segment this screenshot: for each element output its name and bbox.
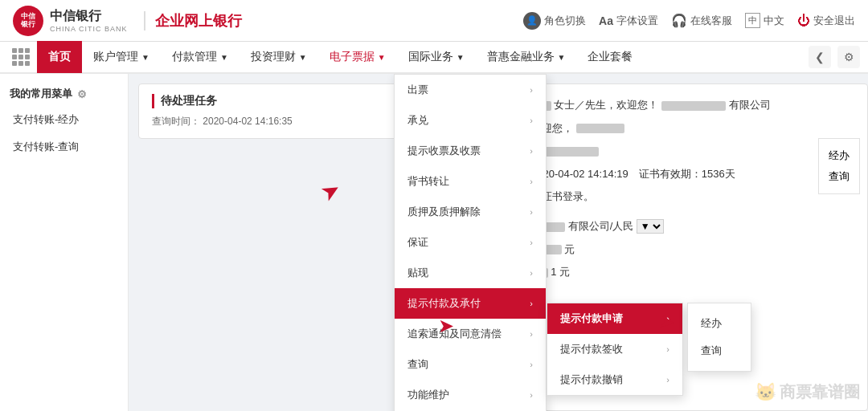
font-setting-label: 字体设置 xyxy=(616,14,658,28)
zhuisuo-label: 追索通知及同意清偿 xyxy=(407,327,502,341)
arrow-indicator-1: ➤ xyxy=(316,175,345,207)
nav-payment-label: 付款管理 xyxy=(172,50,217,64)
nav-home[interactable]: 首页 xyxy=(37,41,82,73)
nav-ebill[interactable]: 电子票据 ▼ xyxy=(318,41,397,73)
company-blurred xyxy=(661,101,726,111)
op-item-chaxun[interactable]: 查询 xyxy=(701,337,738,364)
nav-inclusive-label: 普惠金融业务 xyxy=(487,50,555,64)
bank-name-en: CHINA CITIC BANK xyxy=(50,25,128,33)
language-icon: 中 xyxy=(745,13,760,28)
nav-international[interactable]: 国际业务 ▼ xyxy=(397,41,476,73)
nav-invest[interactable]: 投资理财 ▼ xyxy=(240,41,318,73)
dropdown-item-chaxun[interactable]: 查询 › xyxy=(395,349,546,380)
dropdown-item-tishishou[interactable]: 提示收票及收票 › xyxy=(395,136,546,166)
nav-package-label: 企业套餐 xyxy=(588,50,633,64)
nav-invest-label: 投资理财 xyxy=(251,50,296,64)
nav-prev-button[interactable]: ❮ xyxy=(809,46,831,68)
chengjian-label: 承兑 xyxy=(407,113,428,128)
sidebar-title: 我的常用菜单 xyxy=(10,87,72,101)
handle-button[interactable]: 经办 xyxy=(829,145,850,166)
chaxun-op-label: 查询 xyxy=(701,344,722,356)
baozheng-arrow: › xyxy=(530,238,533,247)
account-selector[interactable]: ▼ xyxy=(637,219,664,234)
dropdown-item-baozheng[interactable]: 保证 › xyxy=(395,227,546,258)
dropdown-item-chengjian[interactable]: 承兑 › xyxy=(395,105,546,136)
grid-icon xyxy=(12,48,30,66)
dropdown-item-zhuisuo[interactable]: 追索通知及同意清偿 › xyxy=(395,319,546,349)
navbar: 首页 账户管理 ▼ 付款管理 ▼ 投资理财 ▼ 电子票据 ▼ 国际业务 ▼ 普惠… xyxy=(0,42,868,74)
zhiya-label: 质押及质押解除 xyxy=(407,205,481,219)
qianshou-label: 提示付款签收 xyxy=(560,342,623,356)
beishu-arrow: › xyxy=(530,177,533,186)
tishifukuan-arrow: › xyxy=(530,299,533,308)
sub-item-chexiao[interactable]: 提示付款撤销 › xyxy=(547,364,682,395)
chuipiao-label: 出票 xyxy=(407,83,428,97)
language-label: 中文 xyxy=(764,14,784,28)
gongneng-arrow: › xyxy=(530,390,533,400)
dropdown-item-chupiao[interactable]: 出票 › xyxy=(395,75,546,105)
op-panel: 经办 查询 xyxy=(687,303,751,372)
nav-account[interactable]: 账户管理 ▼ xyxy=(82,41,161,73)
nav-payment-arrow: ▼ xyxy=(220,53,228,62)
nav-account-arrow: ▼ xyxy=(141,53,149,62)
header-right: 👤 角色切换 Aa 字体设置 🎧 在线客服 中 中文 ⏻ 安全退出 xyxy=(523,12,855,30)
sidebar-gear-icon[interactable]: ⚙ xyxy=(77,88,87,100)
tishifukuan-label: 提示付款及承付 xyxy=(407,296,481,311)
dropdown-item-tishifukuan[interactable]: 提示付款及承付 › xyxy=(395,288,546,319)
chuipiao-arrow: › xyxy=(530,85,533,95)
language-button[interactable]: 中 中文 xyxy=(745,13,784,28)
dropdown-item-gongneng[interactable]: 功能维护 › xyxy=(395,380,546,410)
safe-exit-button[interactable]: ⏻ 安全退出 xyxy=(797,14,855,28)
nav-inclusive-arrow: ▼ xyxy=(558,53,566,62)
watermark: 🐱 商票靠谱圈 xyxy=(755,381,860,403)
logo-area: 中信银行 中信银行 CHINA CITIC BANK 企业网上银行 xyxy=(13,6,242,36)
tiexian-label: 贴现 xyxy=(407,266,428,280)
online-service-button[interactable]: 🎧 在线客服 xyxy=(671,13,732,28)
sidebar-item-payment-query-label: 支付转账-查询 xyxy=(13,140,79,153)
dropdown-item-beishu[interactable]: 背书转让 › xyxy=(395,166,546,197)
main-layout: 我的常用菜单 ⚙ 支付转账-经办 支付转账-查询 待处理任务 查询时间： 202… xyxy=(0,74,868,411)
nav-settings-button[interactable]: ⚙ xyxy=(837,46,860,68)
nav-inclusive[interactable]: 普惠金融业务 ▼ xyxy=(476,41,577,73)
sidebar-header: 我的常用菜单 ⚙ xyxy=(0,82,128,106)
chexiao-label: 提示付款撤销 xyxy=(560,372,623,387)
sidebar-item-payment-handle[interactable]: 支付转账-经办 xyxy=(0,106,128,133)
pending-tasks-title: 待处理任务 xyxy=(152,94,430,108)
logo-text: 中信银行 CHINA CITIC BANK xyxy=(50,8,128,33)
tishishou-arrow: › xyxy=(530,146,533,156)
query-button[interactable]: 查询 xyxy=(829,166,850,187)
qianshou-arrow: › xyxy=(666,344,669,354)
role-switch-button[interactable]: 👤 角色切换 xyxy=(523,12,586,30)
online-service-label: 在线客服 xyxy=(690,14,732,28)
sidebar-item-payment-query[interactable]: 支付转账-查询 xyxy=(0,133,128,161)
font-setting-button[interactable]: Aa 字体设置 xyxy=(599,14,658,28)
nav-payment[interactable]: 付款管理 ▼ xyxy=(161,41,240,73)
dropdown-item-zhiya[interactable]: 质押及质押解除 › xyxy=(395,197,546,227)
chengjian-arrow: › xyxy=(530,116,533,125)
pending-tasks-time: 查询时间： 2020-04-02 14:16:35 xyxy=(152,115,430,128)
headset-icon: 🎧 xyxy=(671,13,687,28)
tiexian-arrow: › xyxy=(530,268,533,278)
header: 中信银行 中信银行 CHINA CITIC BANK 企业网上银行 👤 角色切换… xyxy=(0,0,868,42)
arrow-indicator-2: ➤ xyxy=(438,315,454,337)
nav-account-label: 账户管理 xyxy=(93,50,138,64)
nav-international-arrow: ▼ xyxy=(457,53,465,62)
op-item-jingban[interactable]: 经办 xyxy=(701,310,738,337)
chaxun-arrow: › xyxy=(530,360,533,369)
grid-menu-button[interactable] xyxy=(8,44,34,70)
sub-item-qianshou[interactable]: 提示付款签收 › xyxy=(547,334,682,364)
nav-package[interactable]: 企业套餐 xyxy=(576,41,644,73)
bank-name-cn: 中信银行 xyxy=(50,8,128,25)
dropdown-item-tiexian[interactable]: 贴现 › xyxy=(395,258,546,288)
content-area: 待处理任务 查询时间： 2020-04-02 14:16:35 尊敬的 女士／先… xyxy=(129,74,868,411)
bank-logo: 中信银行 xyxy=(13,6,43,36)
font-icon: Aa xyxy=(599,14,613,27)
user-icon: 👤 xyxy=(523,12,541,30)
zhiya-arrow: › xyxy=(530,207,533,217)
beishu-label: 背书转让 xyxy=(407,174,449,189)
nav-international-label: 国际业务 xyxy=(408,50,453,64)
sidebar-item-payment-handle-label: 支付转账-经办 xyxy=(13,113,79,125)
baozheng-label: 保证 xyxy=(407,235,428,250)
nav-invest-arrow: ▼ xyxy=(299,53,307,62)
nav-right-icons: ❮ ⚙ xyxy=(809,46,860,68)
